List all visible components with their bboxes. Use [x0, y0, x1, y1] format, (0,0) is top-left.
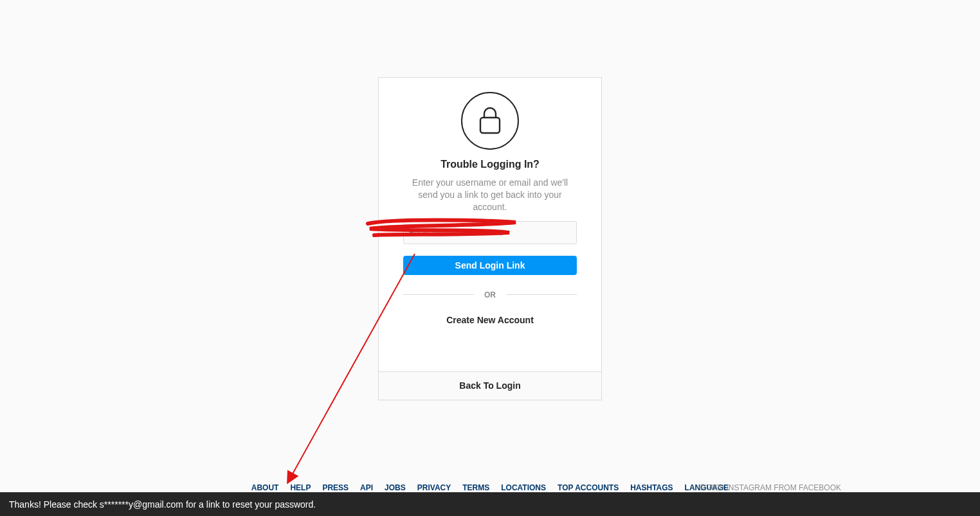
footer-link-locations[interactable]: LOCATIONS: [501, 483, 546, 492]
footer-link-terms[interactable]: TERMS: [462, 483, 489, 492]
or-divider: OR: [403, 290, 577, 299]
footer-link-about[interactable]: ABOUT: [251, 483, 279, 492]
card-description: Enter your username or email and we'll s…: [379, 177, 601, 213]
footer-link-api[interactable]: API: [360, 483, 373, 492]
footer-link-privacy[interactable]: PRIVACY: [417, 483, 451, 492]
footer-link-top-accounts[interactable]: TOP ACCOUNTS: [558, 483, 619, 492]
create-new-account-link[interactable]: Create New Account: [446, 315, 534, 325]
footer-link-help[interactable]: HELP: [290, 483, 311, 492]
card-title: Trouble Logging In?: [440, 159, 540, 170]
footer-copyright: © 2020 INSTAGRAM FROM FACEBOOK: [699, 483, 841, 492]
send-login-link-button[interactable]: Send Login Link: [403, 256, 577, 275]
or-label: OR: [484, 290, 496, 299]
svg-rect-0: [480, 118, 500, 133]
footer: ABOUT HELP PRESS API JOBS PRIVACY TERMS …: [0, 483, 980, 492]
back-to-login-button[interactable]: Back To Login: [379, 371, 601, 400]
identifier-input[interactable]: [403, 221, 577, 244]
footer-link-press[interactable]: PRESS: [322, 483, 349, 492]
main-area: Trouble Logging In? Enter your username …: [0, 0, 980, 400]
divider-line: [506, 294, 577, 295]
identifier-input-wrap: [403, 221, 577, 244]
footer-link-hashtags[interactable]: HASHTAGS: [630, 483, 673, 492]
lock-icon: [461, 92, 519, 150]
divider-line: [403, 294, 474, 295]
toast-notification: Thanks! Please check s*******y@gmail.com…: [0, 492, 980, 516]
footer-link-jobs[interactable]: JOBS: [385, 483, 406, 492]
toast-message: Thanks! Please check s*******y@gmail.com…: [9, 499, 316, 510]
footer-links: ABOUT HELP PRESS API JOBS PRIVACY TERMS …: [251, 483, 729, 492]
reset-password-card: Trouble Logging In? Enter your username …: [378, 77, 602, 400]
